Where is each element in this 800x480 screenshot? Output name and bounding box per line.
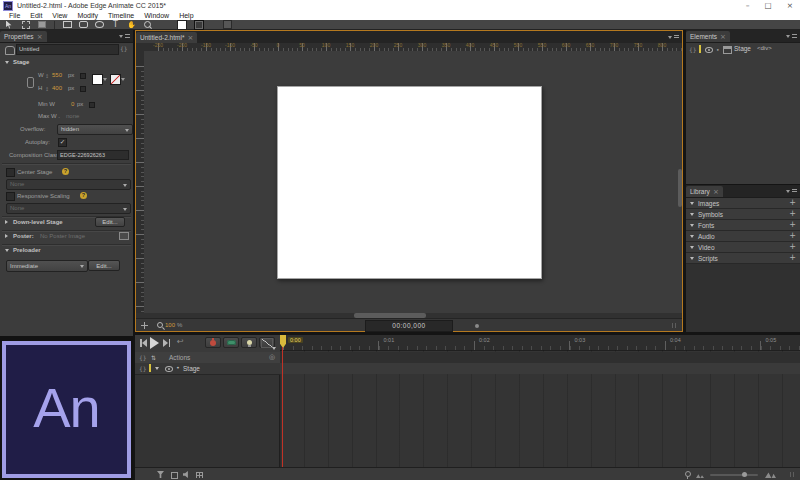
downlevel-edit-button[interactable]: Edit... xyxy=(95,217,125,227)
zoom-value[interactable]: 100 xyxy=(165,322,175,328)
go-to-start-button[interactable] xyxy=(140,339,147,347)
layer-lock-dot-icon[interactable]: • xyxy=(176,363,180,374)
clipping-tool-icon[interactable] xyxy=(37,20,46,29)
play-button[interactable] xyxy=(150,337,159,349)
playhead-line[interactable] xyxy=(282,347,283,467)
tab-elements[interactable]: Elements× xyxy=(686,31,730,42)
timeline-resize-grip-icon[interactable] xyxy=(790,472,796,477)
elements-row-stage[interactable]: {} • Stage <div> xyxy=(686,44,800,55)
add-item-button[interactable]: + xyxy=(789,199,796,207)
timecode-display[interactable]: 00:00,000 xyxy=(365,320,453,332)
stage-overlay-icon[interactable] xyxy=(141,322,148,329)
go-to-end-button[interactable] xyxy=(163,339,170,347)
auto-keyframe-button[interactable] xyxy=(205,337,221,348)
stage-canvas-area[interactable] xyxy=(144,51,682,313)
selection-tool-icon[interactable] xyxy=(5,20,14,29)
border-swatch-caret-icon[interactable] xyxy=(121,78,125,81)
timeline-zoom-slider[interactable] xyxy=(710,474,758,476)
stage-border-color-swatch[interactable] xyxy=(110,74,121,85)
add-item-button[interactable]: + xyxy=(789,254,796,262)
timeline-tracks-area[interactable]: 0:000:010:020:030:040:05 xyxy=(280,335,800,467)
tab-properties[interactable]: Properties× xyxy=(0,31,47,42)
section-collapse-icon[interactable] xyxy=(690,246,694,249)
maximize-button[interactable]: □ xyxy=(765,1,772,10)
library-section-fonts[interactable]: Fonts+ xyxy=(686,220,800,231)
close-tab-icon[interactable]: × xyxy=(720,33,726,41)
menu-window[interactable]: Window xyxy=(139,11,174,20)
library-section-audio[interactable]: Audio+ xyxy=(686,231,800,242)
menu-timeline[interactable]: Timeline xyxy=(103,11,139,20)
rounded-rectangle-tool-icon[interactable] xyxy=(79,20,88,29)
timeline-layer-row-stage[interactable]: {} • Stage xyxy=(135,363,280,375)
layer-actions-braces-icon[interactable]: {} xyxy=(139,365,147,372)
stage-track[interactable] xyxy=(280,363,800,374)
tab-document[interactable]: Untitled-2.html*× xyxy=(136,32,197,43)
section-collapse-icon[interactable] xyxy=(690,224,694,227)
open-actions-icon[interactable]: {} xyxy=(689,46,697,53)
keyframe-navigator-icon[interactable]: ◎ xyxy=(269,352,275,363)
responsive-scaling-help-icon[interactable]: ? xyxy=(80,192,87,199)
autoplay-checkbox[interactable]: ✓ xyxy=(58,138,67,147)
close-tab-icon[interactable]: × xyxy=(713,188,719,196)
panel-menu-icon[interactable] xyxy=(119,33,130,40)
panel-menu-icon[interactable] xyxy=(786,188,797,195)
section-collapse-icon[interactable] xyxy=(690,202,694,205)
preloader-dropdown[interactable]: Immediate xyxy=(6,260,88,272)
panel-menu-icon[interactable] xyxy=(786,33,797,40)
max-w-value[interactable]: none xyxy=(66,113,79,119)
border-color-swatch[interactable] xyxy=(194,20,204,30)
panel-menu-icon[interactable] xyxy=(668,34,679,41)
zoom-in-mountain-icon[interactable] xyxy=(765,471,776,478)
downlevel-collapse-icon[interactable] xyxy=(5,220,8,224)
min-w-value[interactable]: 0 xyxy=(71,101,74,107)
grid-toggle-icon[interactable] xyxy=(196,472,203,478)
menu-edit[interactable]: Edit xyxy=(25,11,47,20)
rectangle-tool-icon[interactable] xyxy=(63,20,72,29)
close-tab-icon[interactable]: × xyxy=(37,33,43,41)
width-value[interactable]: 550 xyxy=(52,72,62,78)
height-unit-toggle[interactable] xyxy=(80,86,86,92)
library-section-scripts[interactable]: Scripts+ xyxy=(686,253,800,264)
actions-track[interactable] xyxy=(280,352,800,363)
preloader-edit-button[interactable]: Edit... xyxy=(88,260,120,271)
timeline-track-lanes[interactable] xyxy=(280,350,800,467)
center-stage-help-icon[interactable]: ? xyxy=(62,168,69,175)
filter-icon[interactable] xyxy=(157,471,164,478)
actions-braces-icon[interactable]: {} xyxy=(139,354,147,361)
center-stage-checkbox[interactable] xyxy=(6,168,15,177)
width-scrub-icon[interactable]: ↕ xyxy=(45,73,49,79)
stage-artboard[interactable] xyxy=(277,86,542,279)
menu-file[interactable]: File xyxy=(4,11,25,20)
timeline-marker-button[interactable] xyxy=(241,337,257,348)
section-collapse-icon[interactable] xyxy=(690,257,694,260)
element-name[interactable]: Stage xyxy=(734,43,751,54)
section-collapse-icon[interactable] xyxy=(690,213,694,216)
menu-modify[interactable]: Modify xyxy=(72,11,103,20)
add-item-button[interactable]: + xyxy=(789,221,796,229)
auto-transition-button[interactable] xyxy=(223,337,239,348)
layer-expand-icon[interactable] xyxy=(155,367,159,370)
library-section-images[interactable]: Images+ xyxy=(686,198,800,209)
close-tab-icon[interactable]: × xyxy=(187,34,193,42)
easing-menu-caret-icon[interactable] xyxy=(272,347,276,350)
add-item-button[interactable]: + xyxy=(789,210,796,218)
preloader-collapse-icon[interactable] xyxy=(5,249,9,252)
ellipse-tool-icon[interactable] xyxy=(95,20,104,29)
vertical-scrollbar-thumb[interactable] xyxy=(678,169,682,207)
overflow-dropdown[interactable]: hidden xyxy=(57,124,133,135)
composition-class-field[interactable]: EDGE-226926263 xyxy=(57,150,129,160)
minimize-button[interactable]: – xyxy=(746,1,750,10)
hand-tool-icon[interactable]: ✋ xyxy=(127,20,136,29)
poster-capture-icon[interactable] xyxy=(119,232,129,240)
add-item-button[interactable]: + xyxy=(789,232,796,240)
zoom-pin-icon[interactable] xyxy=(685,471,691,477)
section-collapse-icon[interactable] xyxy=(690,235,694,238)
height-value[interactable]: 400 xyxy=(52,85,62,91)
timeline-ruler[interactable]: 0:000:010:020:030:040:05 xyxy=(280,335,800,351)
stage-background-color-swatch[interactable] xyxy=(92,74,103,85)
library-section-video[interactable]: Video+ xyxy=(686,242,800,253)
smart-guides-toggle[interactable] xyxy=(223,20,232,29)
library-section-symbols[interactable]: Symbols+ xyxy=(686,209,800,220)
stage-section-collapse-icon[interactable] xyxy=(5,61,9,64)
timeline-zoom-thumb[interactable] xyxy=(742,472,747,477)
